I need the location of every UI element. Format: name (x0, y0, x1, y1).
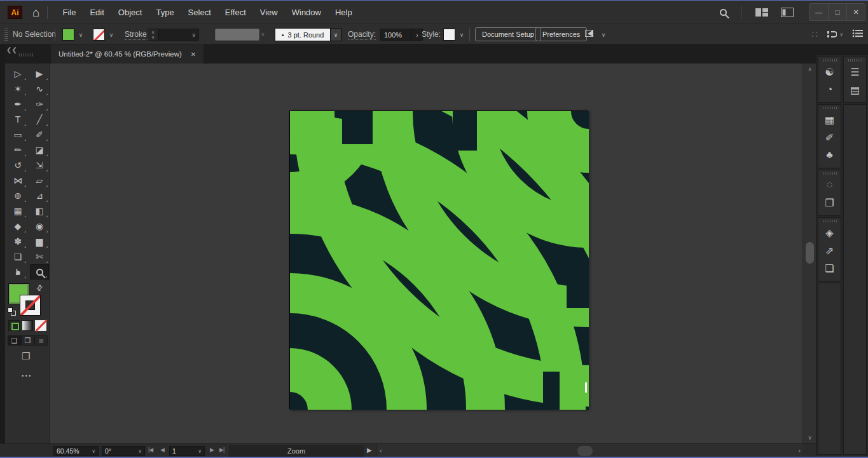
artboard[interactable] (289, 111, 588, 409)
menu-effect[interactable]: Effect (218, 2, 253, 24)
zoom-level-dropdown[interactable]: 60.45%∨ (53, 446, 99, 456)
panel-grip[interactable] (4, 29, 8, 41)
default-fill-stroke-icon[interactable] (8, 307, 16, 316)
rotation-dropdown[interactable]: 0°∨ (102, 446, 145, 456)
arrange-documents-icon[interactable] (755, 8, 768, 17)
tool-zoom[interactable] (30, 264, 49, 280)
tab-close-icon[interactable]: ✕ (191, 51, 196, 58)
tool-blend[interactable]: ◉ (30, 219, 49, 234)
tool-type[interactable]: T (8, 112, 27, 127)
home-icon[interactable]: ⌂ (32, 6, 39, 18)
color-button[interactable] (8, 320, 20, 331)
stroke-label[interactable]: Stroke: (125, 30, 149, 40)
draw-normal-button[interactable]: ❑ (8, 335, 21, 346)
none-button[interactable] (35, 320, 46, 331)
tool-lasso[interactable]: ∿ (30, 81, 49, 97)
swap-fill-stroke-icon[interactable]: ⇄ (34, 282, 45, 293)
canvas-area[interactable] (50, 64, 803, 443)
scroll-left-icon[interactable]: ‹ (380, 447, 382, 454)
dock-grip[interactable] (848, 59, 862, 62)
scroll-down-icon[interactable]: ∨ (803, 434, 816, 441)
gradient-panel-icon[interactable]: ◔ (820, 81, 839, 98)
status-display[interactable]: Zoom (229, 445, 364, 457)
toolbar-grip[interactable] (19, 53, 34, 57)
gradient-button[interactable] (22, 320, 33, 331)
swatches-panel-icon[interactable]: ▦ (820, 111, 839, 128)
menu-window[interactable]: Window (285, 2, 328, 24)
dock-grip[interactable] (823, 107, 837, 109)
dock-grip[interactable] (823, 220, 837, 222)
panel-menu-icon[interactable] (852, 29, 863, 40)
tool-eraser[interactable]: ◪ (30, 142, 49, 158)
symbols-panel-icon[interactable]: ♣ (820, 146, 839, 164)
tool-rotate[interactable]: ↺ (8, 158, 27, 173)
brush-definition-value[interactable]: •3 pt. Round (275, 28, 331, 41)
stroke-dropdown-chevron-icon[interactable]: ∨ (106, 29, 116, 41)
minimize-button[interactable]: — (809, 4, 828, 20)
fill-dropdown-chevron-icon[interactable]: ∨ (76, 29, 86, 41)
edit-toolbar-icon[interactable]: ••• (22, 372, 32, 379)
next-artboard-icon[interactable]: ▶ (210, 447, 214, 453)
tool-pen[interactable]: ✒ (8, 97, 27, 112)
artboards-panel-icon[interactable]: ❏ (820, 259, 839, 277)
tool-artboard[interactable]: ❏ (8, 249, 27, 264)
draw-inside-button[interactable]: ◙ (34, 335, 48, 346)
tool-curvature[interactable]: ✑ (30, 97, 49, 112)
isolate-chevron-icon[interactable]: ∨ (598, 29, 609, 41)
status-menu-icon[interactable]: ▶ (367, 447, 372, 454)
document-setup-button[interactable]: Document Setup (475, 27, 541, 41)
tool-scale[interactable]: ⇲ (30, 158, 49, 173)
pathfinder-panel-icon[interactable]: ❐ (820, 194, 839, 212)
preferences-button[interactable]: Preferences (535, 27, 587, 41)
tool-shape-builder[interactable]: ⊚ (8, 188, 27, 203)
tool-eyedropper[interactable]: ◆ (8, 219, 27, 234)
stroke-weight-stepper[interactable]: ∧∨ (148, 29, 158, 41)
search-icon[interactable] (720, 9, 727, 16)
menu-edit[interactable]: Edit (83, 2, 111, 24)
opacity-label[interactable]: Opacity: (348, 30, 376, 40)
color-panel-icon[interactable]: ☯ (820, 63, 839, 81)
brushes-panel-icon[interactable]: ✐ (820, 128, 839, 146)
first-artboard-icon[interactable]: |◀ (148, 447, 153, 453)
tool-column-graph[interactable]: ▆ (30, 234, 49, 249)
brush-definition-combo[interactable]: •3 pt. Round ∨ (275, 28, 341, 41)
horizontal-scroll-thumb[interactable] (577, 446, 593, 456)
document-layout-icon[interactable] (781, 8, 794, 17)
horizontal-scrollbar[interactable]: ‹ › (376, 444, 803, 458)
change-screen-mode-icon[interactable]: ❐ (22, 351, 30, 362)
fill-color-swatch[interactable] (62, 29, 74, 41)
transparency-panel-icon[interactable]: ◌ (820, 176, 839, 194)
scroll-right-icon[interactable]: › (798, 447, 800, 454)
vertical-scrollbar[interactable]: ∧ ∨ (803, 64, 816, 443)
prev-artboard-icon[interactable]: ◀ (160, 447, 164, 453)
stroke-proxy-swatch[interactable] (20, 295, 41, 316)
draw-behind-button[interactable]: ❒ (21, 335, 34, 346)
tool-symbol-sprayer[interactable]: ✽ (8, 234, 27, 249)
app-logo-icon[interactable]: Ai (8, 6, 22, 19)
tool-paintbrush[interactable]: ✐ (30, 127, 49, 142)
libraries-panel-icon[interactable]: ▤ (846, 81, 865, 98)
close-button[interactable]: ✕ (846, 4, 865, 20)
tool-magic-wand[interactable]: ✶ (8, 81, 27, 97)
tool-width[interactable]: ⋈ (8, 173, 27, 188)
style-chevron-icon[interactable]: ∨ (457, 29, 467, 41)
vertical-scroll-thumb[interactable] (806, 242, 814, 264)
tool-gradient[interactable]: ◧ (30, 203, 49, 219)
style-swatch[interactable] (443, 29, 455, 41)
last-artboard-icon[interactable]: ▶| (219, 447, 224, 453)
document-tab[interactable]: Untitled-2* @ 60.45 % (RGB/Preview) ✕ (51, 44, 203, 64)
menu-select[interactable]: Select (181, 2, 218, 24)
menu-file[interactable]: File (55, 2, 83, 24)
layers-panel-icon[interactable]: ◈ (820, 224, 839, 241)
scroll-up-icon[interactable]: ∧ (803, 66, 816, 72)
menu-type[interactable]: Type (149, 2, 181, 24)
tool-direct-selection[interactable]: ▶ (30, 66, 49, 81)
tool-free-transform[interactable]: ▱ (30, 173, 49, 188)
artboard-number-dropdown[interactable]: 1∨ (169, 446, 205, 456)
stroke-color-swatch[interactable] (93, 29, 105, 41)
tool-rectangle[interactable]: ▭ (8, 127, 27, 142)
workspace-switcher-icon[interactable]: ∨ (827, 30, 843, 39)
tool-line-segment[interactable]: ╱ (30, 112, 49, 127)
tool-shaper[interactable]: ✏ (8, 142, 27, 158)
dock-grip[interactable] (823, 172, 837, 175)
